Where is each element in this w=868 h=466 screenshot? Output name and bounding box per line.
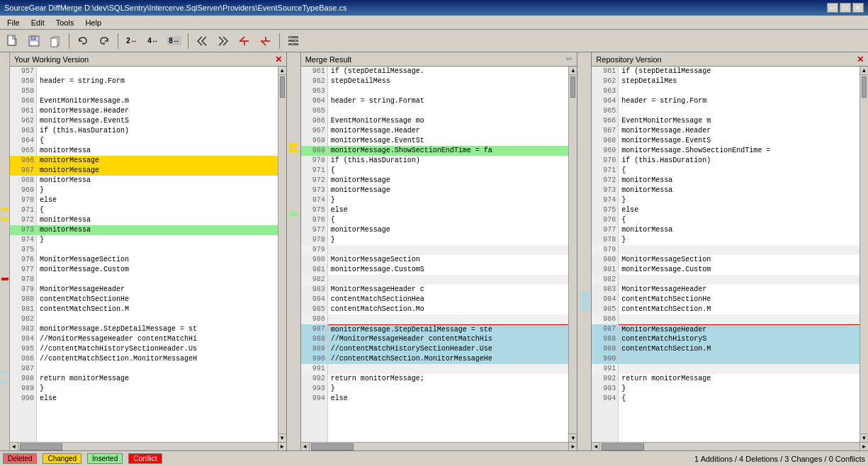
status-bar: Deleted Changed Inserted Conflict 1 Addi…	[0, 450, 868, 466]
settings-button[interactable]	[283, 33, 303, 50]
code-line-conflict	[619, 354, 859, 364]
svg-rect-14	[295, 39, 296, 42]
code-line-empty	[328, 364, 569, 374]
code-line-conflict: //MonitorMessageHeader contentMatchHis	[328, 334, 569, 344]
code-line-empty	[328, 275, 569, 285]
close-window-button[interactable]: ✕	[852, 3, 864, 13]
code-line-inserted: monitorMessage.ShowSectionEndTime = fa	[328, 146, 569, 156]
code-line: return monitorMessage	[619, 374, 859, 384]
toolbar-separator-3	[188, 33, 188, 49]
diff-8-button[interactable]: 8↔	[164, 33, 184, 50]
code-line: monitorMessa	[37, 176, 278, 186]
left-panel-content: 957 958 959 960 961 962 963 964 965 966 …	[10, 67, 286, 442]
code-line-inserted: monitorMessa	[37, 225, 278, 235]
code-line-changed: monitorMessage	[37, 166, 278, 176]
scroll-left-btn[interactable]: ◄	[10, 443, 18, 451]
scroll-up-btn[interactable]: ▲	[860, 67, 868, 75]
code-line-changed: monitorMessage	[37, 156, 278, 166]
code-line: else	[328, 205, 569, 215]
code-line: MonitorMessageSection	[619, 255, 859, 265]
left-hscroll[interactable]: ◄ ►	[10, 442, 286, 450]
scroll-down-btn[interactable]: ▼	[278, 433, 286, 442]
scroll-thumb[interactable]	[280, 76, 285, 98]
right-hscroll[interactable]: ◄ ►	[592, 442, 868, 450]
scroll-right-btn[interactable]: ►	[278, 443, 286, 451]
scroll-thumb[interactable]	[862, 76, 867, 98]
new-button[interactable]	[3, 33, 23, 50]
hscroll-thumb[interactable]	[311, 443, 354, 450]
menu-file[interactable]: File	[3, 17, 24, 28]
undo-button[interactable]	[73, 33, 93, 50]
hscroll-track	[310, 443, 569, 450]
main-area: Your Working Version ✕ 957 958 959 960 9…	[0, 52, 868, 450]
code-line: monitorMessage.Header	[37, 106, 278, 116]
diff-2-button[interactable]: 2↔	[122, 33, 142, 50]
code-line-empty	[619, 314, 859, 324]
edit-icon: ✏	[566, 55, 573, 64]
prev-change-button[interactable]	[192, 33, 212, 50]
code-line: monitorMessage.Header	[619, 126, 859, 136]
menu-help[interactable]: Help	[81, 17, 106, 28]
minimize-button[interactable]: —	[827, 3, 838, 13]
svg-rect-5	[30, 41, 38, 45]
left-panel-title: Your Working Version	[14, 55, 89, 64]
code-line	[619, 106, 859, 116]
code-line: {	[619, 215, 859, 225]
left-panel-close[interactable]: ✕	[275, 55, 282, 64]
code-line-empty	[619, 275, 859, 285]
maximize-button[interactable]: □	[840, 3, 851, 13]
scroll-left-btn[interactable]: ◄	[592, 443, 600, 451]
middle-line-numbers: 961 962 963 964 965 966 967 968 969 970 …	[301, 67, 328, 442]
save-button[interactable]	[24, 33, 44, 50]
code-line	[37, 314, 278, 324]
code-line: MonitorMessageHeader	[37, 285, 278, 295]
scroll-up-btn[interactable]: ▲	[569, 67, 577, 75]
code-line	[37, 275, 278, 285]
code-line-conflict: //contentMatchHistorySectionHeader.Use	[328, 344, 569, 354]
middle-code-area: if (stepDetailMessage. stepDetailMess he…	[328, 67, 569, 442]
left-to-middle-nav	[287, 52, 301, 450]
code-line: monitorMessage.EventS	[37, 116, 278, 126]
code-line: {	[328, 166, 569, 176]
scroll-left-btn[interactable]: ◄	[301, 443, 310, 451]
scroll-right-btn[interactable]: ►	[568, 443, 577, 451]
code-line: }	[37, 384, 278, 394]
left-vscroll[interactable]: ▲ ▼	[278, 67, 286, 442]
code-line: return monitorMessage;	[328, 374, 569, 384]
code-line: }	[37, 186, 278, 195]
code-line: MonitorMessageHeader	[619, 285, 859, 295]
menu-tools[interactable]: Tools	[52, 17, 79, 28]
code-line: stepDetailMess	[328, 76, 569, 86]
status-summary: 1 Additions / 4 Deletions / 3 Changes / …	[694, 455, 865, 463]
prev-conflict-button[interactable]	[235, 33, 254, 50]
nav-conflict-right	[580, 292, 589, 296]
next-conflict-button[interactable]	[256, 33, 276, 50]
diff-4-button[interactable]: 4↔	[143, 33, 163, 50]
code-line: EventMonitorMessage.m	[37, 96, 278, 106]
right-panel-close[interactable]: ✕	[857, 55, 864, 64]
middle-hscroll[interactable]: ◄ ►	[301, 442, 577, 450]
code-line: }	[328, 195, 569, 205]
copy-button[interactable]	[45, 33, 65, 50]
code-line: return monitorMessage	[37, 374, 278, 384]
scroll-down-btn[interactable]: ▼	[860, 433, 868, 442]
hscroll-thumb[interactable]	[20, 443, 62, 450]
overview-gutter	[0, 52, 10, 450]
scroll-right-btn[interactable]: ►	[859, 443, 868, 451]
hscroll-thumb[interactable]	[602, 443, 644, 450]
middle-to-right-nav	[577, 52, 592, 450]
redo-button[interactable]	[94, 33, 114, 50]
scroll-up-btn[interactable]: ▲	[278, 67, 286, 75]
menu-edit[interactable]: Edit	[27, 17, 49, 28]
code-line: monitorMessa	[619, 225, 859, 235]
next-change-button[interactable]	[213, 33, 233, 50]
code-line: {	[619, 166, 859, 176]
scroll-down-btn[interactable]: ▼	[569, 433, 577, 442]
code-line: contentMatchSectionHe	[37, 295, 278, 305]
svg-rect-11	[288, 40, 298, 42]
changed-badge: Changed	[43, 453, 81, 464]
scroll-thumb[interactable]	[570, 76, 575, 98]
right-vscroll[interactable]: ▲ ▼	[859, 67, 868, 442]
code-line	[619, 86, 859, 96]
middle-vscroll[interactable]: ▲ ▼	[568, 67, 577, 442]
